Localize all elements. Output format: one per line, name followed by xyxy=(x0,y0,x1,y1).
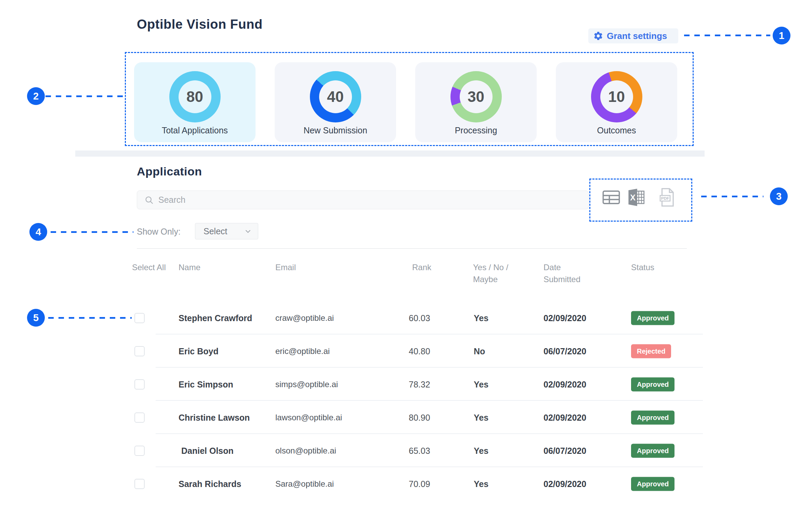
status-badge: Approved xyxy=(631,477,675,491)
annotation-marker-5: 5 xyxy=(27,309,45,327)
row-checkbox[interactable] xyxy=(134,412,145,423)
column-header-select-all[interactable]: Select All xyxy=(132,262,166,274)
status-badge: Approved xyxy=(631,377,675,391)
donut-chart-processing: 30 xyxy=(450,71,502,122)
applicant-rank: 60.03 xyxy=(409,313,430,323)
show-only-select[interactable]: Select xyxy=(195,223,258,239)
page-title: Optible Vision Fund xyxy=(137,17,263,32)
applicant-name: Christine Lawson xyxy=(179,412,250,422)
row-checkbox[interactable] xyxy=(134,346,145,356)
column-header-status: Status xyxy=(631,262,654,274)
applicant-email: craw@optible.ai xyxy=(275,313,334,323)
applicant-rank: 78.32 xyxy=(409,379,430,389)
stat-card-new-submission: 40 New Submission xyxy=(275,62,396,142)
status-badge: Rejected xyxy=(631,344,671,358)
applicant-email: Sara@optible.ai xyxy=(275,479,334,489)
status-badge: Approved xyxy=(631,311,675,325)
section-divider-band xyxy=(75,150,705,157)
applicant-email: lawson@optible.ai xyxy=(275,413,342,422)
grant-settings-label: Grant settings xyxy=(607,31,667,41)
donut-chart-total-applications: 80 xyxy=(169,71,221,122)
search-icon xyxy=(144,195,154,205)
stat-label: Outcomes xyxy=(556,126,677,135)
annotation-line-1 xyxy=(684,35,770,36)
grant-settings-button[interactable]: Grant settings xyxy=(588,28,678,43)
table-row: Sarah Richards Sara@optible.ai 70.09 Yes… xyxy=(0,467,812,500)
table-top-divider xyxy=(137,248,687,249)
applicant-vote: Yes xyxy=(474,379,488,389)
applicant-name: Eric Simpson xyxy=(179,379,233,389)
applicant-name: Daniel Olson xyxy=(181,446,234,456)
date-submitted: 02/09/2020 xyxy=(543,379,586,389)
stat-label: New Submission xyxy=(275,126,396,135)
table-row: Eric Boyd eric@optible.ai 40.80 No 06/07… xyxy=(0,334,812,368)
applicant-rank: 80.90 xyxy=(409,412,430,422)
status-badge: Approved xyxy=(631,444,675,458)
applicant-vote: Yes xyxy=(474,313,488,323)
row-checkbox[interactable] xyxy=(134,479,145,489)
stat-card-total-applications: 80 Total Applications xyxy=(134,62,256,142)
applicant-rank: 40.80 xyxy=(409,346,430,356)
annotation-line-4 xyxy=(51,231,133,233)
table-row: Eric Simpson simps@optible.ai 78.32 Yes … xyxy=(0,368,812,401)
row-checkbox[interactable] xyxy=(134,446,145,456)
applicant-vote: Yes xyxy=(474,479,488,489)
applicant-vote: No xyxy=(474,346,485,356)
annotation-box-export xyxy=(589,179,692,222)
stat-card-processing: 30 Processing xyxy=(415,62,537,142)
annotation-marker-2: 2 xyxy=(27,87,45,105)
show-only-label: Show Only: xyxy=(137,227,181,237)
column-header-date-submitted: Date Submitted xyxy=(543,262,590,286)
annotation-line-3 xyxy=(701,196,763,197)
applicant-rank: 70.09 xyxy=(409,479,430,489)
gear-icon xyxy=(593,31,603,41)
stat-value: 40 xyxy=(327,88,344,105)
applicant-email: olson@optible.ai xyxy=(275,446,336,456)
applicant-rank: 65.03 xyxy=(409,446,430,456)
date-submitted: 06/07/2020 xyxy=(543,346,586,356)
column-header-email: Email xyxy=(275,262,296,274)
row-checkbox[interactable] xyxy=(134,379,145,390)
column-header-vote: Yes / No / Maybe xyxy=(473,262,516,286)
date-submitted: 06/07/2020 xyxy=(543,446,586,456)
row-checkbox[interactable] xyxy=(134,313,145,323)
applicant-name: Eric Boyd xyxy=(179,346,219,356)
applicant-name: Sarah Richards xyxy=(179,479,241,489)
annotation-marker-4: 4 xyxy=(29,223,47,241)
annotation-line-2 xyxy=(45,95,124,97)
date-submitted: 02/09/2020 xyxy=(543,313,586,323)
chevron-down-icon xyxy=(244,227,252,235)
stat-value: 10 xyxy=(608,88,625,105)
date-submitted: 02/09/2020 xyxy=(543,479,586,489)
annotation-line-5 xyxy=(48,317,132,319)
column-header-rank: Rank xyxy=(412,262,431,274)
grant-dashboard: { "colors":{ "annotation_blue":"#1064f0"… xyxy=(0,0,812,513)
stat-card-outcomes: 10 Outcomes xyxy=(556,62,677,142)
status-badge: Approved xyxy=(631,410,675,424)
date-submitted: 02/09/2020 xyxy=(543,412,586,422)
applicant-name: Stephen Crawford xyxy=(179,313,252,323)
applicant-email: simps@optible.ai xyxy=(275,380,338,389)
annotation-marker-3: 3 xyxy=(770,187,788,205)
select-value: Select xyxy=(204,226,227,236)
stat-value: 80 xyxy=(186,88,203,105)
donut-chart-new-submission: 40 xyxy=(310,71,361,122)
search-bar xyxy=(137,190,589,209)
stat-value: 30 xyxy=(468,88,484,105)
applicant-vote: Yes xyxy=(474,412,488,422)
table-row: Daniel Olson olson@optible.ai 65.03 Yes … xyxy=(0,434,812,467)
application-section-title: Application xyxy=(137,165,202,178)
annotation-marker-1: 1 xyxy=(773,27,790,44)
applicant-email: eric@optible.ai xyxy=(275,346,330,356)
stat-label: Total Applications xyxy=(134,126,256,135)
applicant-vote: Yes xyxy=(474,446,488,456)
table-row: Christine Lawson lawson@optible.ai 80.90… xyxy=(0,401,812,434)
column-header-name: Name xyxy=(179,262,200,274)
search-input[interactable] xyxy=(137,190,589,209)
stat-label: Processing xyxy=(415,126,537,135)
donut-chart-outcomes: 10 xyxy=(591,71,642,122)
